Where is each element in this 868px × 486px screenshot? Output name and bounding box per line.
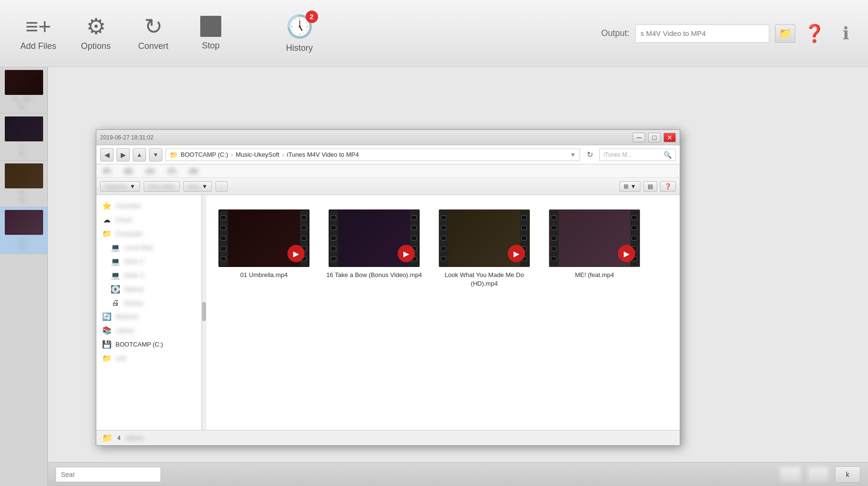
dialog-controls: ─ □ ✕: [633, 133, 676, 142]
file-thumbnail: [5, 70, 43, 95]
statusbar-count: 4: [117, 435, 121, 441]
menu-item-help[interactable]: (H): [186, 166, 201, 175]
nav-item-other[interactable]: 📁 m/b: [96, 351, 201, 365]
path-separator-2: ›: [282, 152, 284, 158]
path-dropdown-arrow[interactable]: ▼: [570, 151, 576, 158]
cloud-icon: ☁: [102, 215, 112, 224]
statusbar-label: objects: [126, 435, 144, 441]
confirm-button[interactable]: k: [835, 466, 860, 483]
output-path-input[interactable]: [635, 24, 769, 43]
up-button[interactable]: ▲: [133, 148, 146, 162]
maximize-button[interactable]: □: [648, 133, 661, 142]
play-button-2[interactable]: ▶: [398, 245, 415, 262]
add-files-button[interactable]: ≡+ Add Files: [10, 11, 67, 56]
file-item[interactable]: U... Ri...: [0, 114, 47, 160]
file-thumbnail: [5, 210, 43, 235]
nav-local2-label: Drive 2: [124, 258, 144, 265]
help-button[interactable]: ❓: [802, 21, 827, 46]
add-files-label: Add Files: [20, 41, 56, 51]
back-button[interactable]: ◀: [100, 148, 114, 162]
close-button[interactable]: ✕: [663, 133, 676, 142]
bottom-bar: k: [48, 462, 868, 486]
options-label: Options: [81, 41, 111, 51]
menu-bar: (F) (E) (V) (T) (H): [96, 164, 680, 178]
star-icon: ⭐: [102, 201, 112, 210]
history-label: History: [286, 43, 313, 53]
filename-2: 16 Take a Bow (Bonus Video).mp4: [326, 271, 422, 279]
drive-icon-3: 💻: [111, 271, 120, 280]
menu-item-tools[interactable]: (T): [165, 166, 179, 175]
nav-item-cloud[interactable]: ☁ Cloud: [96, 213, 201, 227]
film-strip-left-4: [550, 210, 559, 266]
new-folder-button[interactable]: New folder: [144, 181, 180, 192]
history-badge: 2: [306, 11, 318, 23]
film-strip-left-2: [330, 210, 338, 266]
bootcamp-icon: 💾: [102, 340, 112, 349]
address-path[interactable]: 📁 BOOTCAMP (C:) › Music-UkeySoft › iTune…: [165, 149, 580, 161]
menu-item-edit[interactable]: (E): [122, 166, 136, 175]
nav-bootcamp-label: BOOTCAMP (C:): [115, 341, 163, 348]
down-button[interactable]: ▼: [149, 148, 162, 162]
file-list-sidebar: Ta... Bo... Ri... U... Ri... M... Ta... …: [0, 67, 48, 486]
nav-item-optical[interactable]: 💽 Optical: [96, 282, 201, 296]
file-item[interactable]: Ta... Bo... Ri...: [0, 67, 47, 114]
nav-item-local3[interactable]: 💻 Drive 3: [96, 268, 201, 282]
address-bar: ◀ ▶ ▲ ▼ 📁 BOOTCAMP (C:) › Music-UkeySoft…: [96, 145, 680, 164]
play-button-1[interactable]: ▶: [287, 245, 305, 262]
address-search[interactable]: iTunes M... 🔍: [599, 149, 676, 161]
history-icon-wrap: 🕔 2: [286, 13, 313, 39]
nav-item-local2[interactable]: 💻 Drive 2: [96, 255, 201, 268]
nav-item-device[interactable]: 🖨 Device: [96, 296, 201, 310]
computer-icon: 📁: [102, 229, 112, 238]
preview-button[interactable]: ▤: [643, 181, 657, 192]
stop-button[interactable]: Stop: [182, 11, 240, 56]
file-name-short: M...: [19, 190, 28, 196]
file-grid-item-3[interactable]: ▶ Look What You Made Me Do (HD).mp4: [436, 209, 532, 288]
file-thumbnail: [5, 116, 43, 141]
filename-4: ME! (feat.mp4: [575, 271, 614, 279]
path-segment-2: Music-UkeySoft: [236, 151, 279, 158]
action-button-1[interactable]: [779, 466, 801, 483]
file-grid-item-1[interactable]: ▶ 01 Umbrella.mp4: [216, 209, 312, 288]
help-dialog-button[interactable]: ❓: [660, 181, 676, 192]
nav-scrollbar-thumb[interactable]: [202, 302, 206, 321]
play-button-3[interactable]: ▶: [508, 245, 525, 262]
menu-item-view[interactable]: (V): [143, 166, 157, 175]
play-button-4[interactable]: ▶: [618, 245, 635, 262]
more-button[interactable]: »: [216, 181, 228, 192]
view-arrow: ▼: [630, 183, 636, 190]
forward-button[interactable]: ▶: [116, 148, 130, 162]
explorer-dialog: 2019-06-27 18:31:02 ─ □ ✕ ◀ ▶ ▲ ▼ 📁 BOOT…: [96, 129, 680, 446]
file-grid-item-4[interactable]: ▶ ME! (feat.mp4: [547, 209, 642, 288]
file-thumbnail-2: ▶: [329, 209, 420, 267]
nav-item-network[interactable]: 🔄 Network: [96, 310, 201, 324]
nav-item-computer[interactable]: 📁 Computer: [96, 227, 201, 241]
nav-item-local1[interactable]: 💻 Local Disk: [96, 241, 201, 255]
nav-item-library[interactable]: 📚 Library: [96, 324, 201, 337]
history-button[interactable]: 🕔 2 History: [268, 13, 331, 53]
nav-optical-label: Optical: [124, 286, 143, 293]
minimize-button[interactable]: ─: [633, 133, 645, 142]
file-item[interactable]: Lo... Ta...: [0, 207, 47, 254]
refresh-button[interactable]: ↻: [583, 148, 596, 162]
info-icon: ℹ: [843, 23, 849, 44]
dialog-timestamp: 2019-06-27 18:31:02: [100, 134, 153, 141]
stop-label: Stop: [202, 41, 219, 51]
action-button-2[interactable]: [807, 466, 829, 483]
nav-device-label: Device: [124, 300, 143, 307]
nav-item-bootcamp[interactable]: 💾 BOOTCAMP (C:): [96, 337, 201, 351]
menu-item-file[interactable]: (F): [100, 166, 114, 175]
nav-item-favorites[interactable]: ⭐ Favorites: [96, 199, 201, 213]
burn-button[interactable]: Burn▼: [183, 181, 212, 192]
output-folder-button[interactable]: 📁: [775, 24, 795, 43]
view-mode-button[interactable]: ⊞▼: [619, 181, 640, 192]
file-grid-item-2[interactable]: ▶ 16 Take a Bow (Bonus Video).mp4: [326, 209, 422, 288]
file-thumbnail: [5, 163, 43, 188]
search-input[interactable]: [56, 467, 161, 482]
convert-button[interactable]: ↻ Convert: [125, 11, 182, 56]
file-item[interactable]: M... Ta...: [0, 161, 47, 207]
options-button[interactable]: ⚙ Options: [67, 11, 125, 56]
nav-scrollbar[interactable]: [202, 195, 206, 430]
info-button[interactable]: ℹ: [834, 21, 858, 46]
organize-button[interactable]: Organize▼: [100, 181, 140, 192]
